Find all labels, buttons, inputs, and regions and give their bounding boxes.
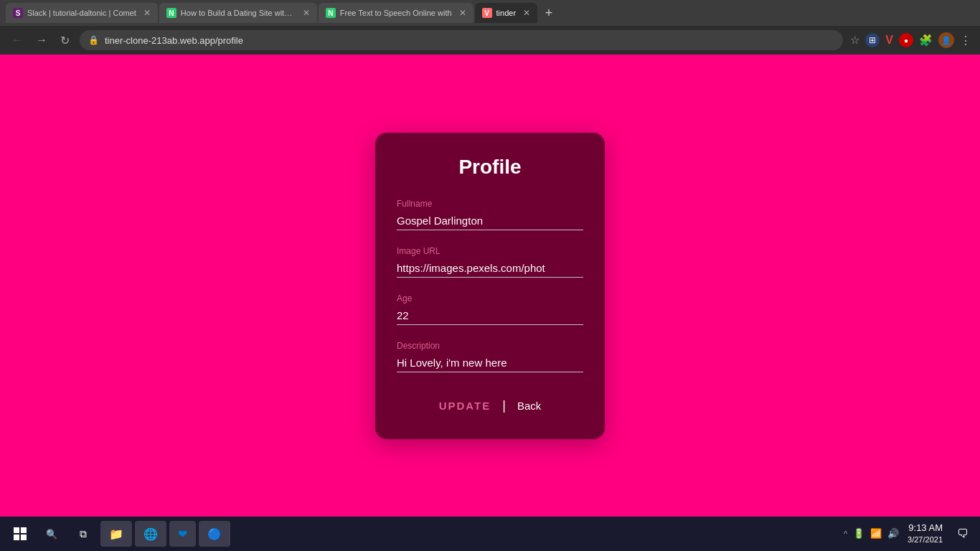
description-label: Description bbox=[397, 341, 583, 351]
clock-date: 3/27/2021 bbox=[908, 534, 943, 545]
address-text: tiner-clone-213ab.web.app/profile bbox=[105, 35, 243, 46]
extensions-button[interactable]: 🧩 bbox=[919, 34, 933, 47]
tray-chevron[interactable]: ^ bbox=[844, 529, 847, 538]
address-input-wrap[interactable]: 🔒 tiner-clone-213ab.web.app/profile bbox=[80, 30, 843, 50]
taskbar-app-edge[interactable]: 🔵 bbox=[199, 521, 230, 547]
image-url-field-group: Image URL bbox=[397, 246, 583, 278]
slack-favicon: S bbox=[13, 8, 23, 18]
taskbar: 🔍 ⧉ 📁 🌐 ❤ 🔵 ^ 🔋 📶 🔊 9:13 AM 3/27/2021 🗨 bbox=[0, 517, 980, 551]
description-field-group: Description bbox=[397, 341, 583, 372]
extension-icon-vivaldi[interactable]: V bbox=[885, 34, 893, 47]
start-button[interactable] bbox=[6, 519, 34, 548]
age-label: Age bbox=[397, 293, 583, 303]
address-bar: ← → ↻ 🔒 tiner-clone-213ab.web.app/profil… bbox=[0, 26, 980, 55]
image-url-label: Image URL bbox=[397, 246, 583, 256]
reload-button[interactable]: ↻ bbox=[57, 31, 72, 50]
extension-icon-1[interactable]: ⊞ bbox=[865, 33, 880, 47]
age-field-group: Age bbox=[397, 293, 583, 325]
tts-favicon: N bbox=[326, 8, 336, 18]
card-footer: UPDATE | Back bbox=[397, 398, 583, 413]
dating-tab-close[interactable]: ✕ bbox=[303, 8, 310, 18]
taskbar-app-chrome[interactable]: 🌐 bbox=[135, 521, 166, 547]
slack-tab-label: Slack | tutorial-daltonic | Comet bbox=[27, 9, 136, 17]
svg-rect-1 bbox=[21, 527, 27, 533]
svg-rect-3 bbox=[21, 534, 27, 540]
slack-tab-close[interactable]: ✕ bbox=[143, 8, 151, 18]
tinder-tab-close[interactable]: ✕ bbox=[523, 8, 530, 18]
edge-icon: 🔵 bbox=[207, 527, 222, 541]
fullname-input[interactable] bbox=[397, 212, 583, 230]
notification-button[interactable]: 🗨 bbox=[951, 522, 974, 545]
tab-dating[interactable]: N How to Build a Dating Site with V ✕ bbox=[159, 3, 317, 23]
tab-slack[interactable]: S Slack | tutorial-daltonic | Comet ✕ bbox=[6, 3, 158, 23]
browser-chrome: S Slack | tutorial-daltonic | Comet ✕ N … bbox=[0, 0, 980, 55]
clock[interactable]: 9:13 AM 3/27/2021 bbox=[908, 522, 943, 546]
extension-icon-red[interactable]: ● bbox=[899, 33, 913, 47]
volume-icon: 🔊 bbox=[887, 528, 899, 539]
dating-favicon: N bbox=[166, 8, 176, 18]
image-url-input[interactable] bbox=[397, 259, 583, 278]
browser-menu-button[interactable]: ⋮ bbox=[960, 34, 971, 47]
file-explorer-icon: 📁 bbox=[109, 527, 123, 541]
update-button[interactable]: UPDATE bbox=[439, 400, 503, 412]
tray-icons: ^ 🔋 📶 🔊 bbox=[844, 528, 899, 539]
page-content: Profile Fullname Image URL Age Descripti… bbox=[0, 55, 980, 517]
taskbar-task-view[interactable]: ⧉ bbox=[69, 519, 98, 548]
svg-rect-2 bbox=[14, 534, 19, 540]
forward-nav-button[interactable]: → bbox=[33, 31, 50, 50]
address-right-icons: ☆ ⊞ V ● 🧩 👤 ⋮ bbox=[850, 32, 971, 48]
tinder-favicon: V bbox=[482, 8, 492, 18]
system-tray: ^ 🔋 📶 🔊 9:13 AM 3/27/2021 🗨 bbox=[844, 522, 974, 546]
clock-time: 9:13 AM bbox=[908, 522, 943, 534]
new-tab-button[interactable]: + bbox=[539, 3, 559, 23]
profile-title: Profile bbox=[397, 156, 583, 179]
taskbar-app-vscode[interactable]: ❤ bbox=[169, 521, 196, 547]
svg-rect-0 bbox=[14, 527, 19, 533]
tab-tinder[interactable]: V tinder ✕ bbox=[475, 3, 538, 23]
description-input[interactable] bbox=[397, 354, 583, 372]
tts-tab-label: Free Text to Speech Online with bbox=[340, 9, 452, 17]
profile-card: Profile Fullname Image URL Age Descripti… bbox=[375, 133, 605, 439]
taskbar-app-file-explorer[interactable]: 📁 bbox=[100, 521, 132, 547]
back-button[interactable]: Back bbox=[506, 400, 541, 412]
lock-icon: 🔒 bbox=[88, 35, 99, 45]
profile-icon[interactable]: 👤 bbox=[938, 32, 954, 48]
vscode-icon: ❤ bbox=[178, 527, 187, 541]
tab-tts[interactable]: N Free Text to Speech Online with ✕ bbox=[319, 3, 473, 23]
network-icon: 📶 bbox=[870, 528, 882, 539]
back-nav-button[interactable]: ← bbox=[9, 31, 26, 50]
dating-tab-label: How to Build a Dating Site with V bbox=[181, 9, 296, 17]
taskbar-search-button[interactable]: 🔍 bbox=[37, 519, 66, 548]
age-input[interactable] bbox=[397, 306, 583, 325]
fullname-label: Fullname bbox=[397, 199, 583, 209]
fullname-field-group: Fullname bbox=[397, 199, 583, 230]
tab-bar: S Slack | tutorial-daltonic | Comet ✕ N … bbox=[0, 0, 980, 26]
chrome-icon: 🌐 bbox=[143, 527, 158, 541]
bookmark-icon[interactable]: ☆ bbox=[850, 34, 859, 47]
tinder-tab-label: tinder bbox=[496, 9, 517, 17]
tts-tab-close[interactable]: ✕ bbox=[459, 8, 466, 18]
battery-icon: 🔋 bbox=[853, 528, 864, 539]
